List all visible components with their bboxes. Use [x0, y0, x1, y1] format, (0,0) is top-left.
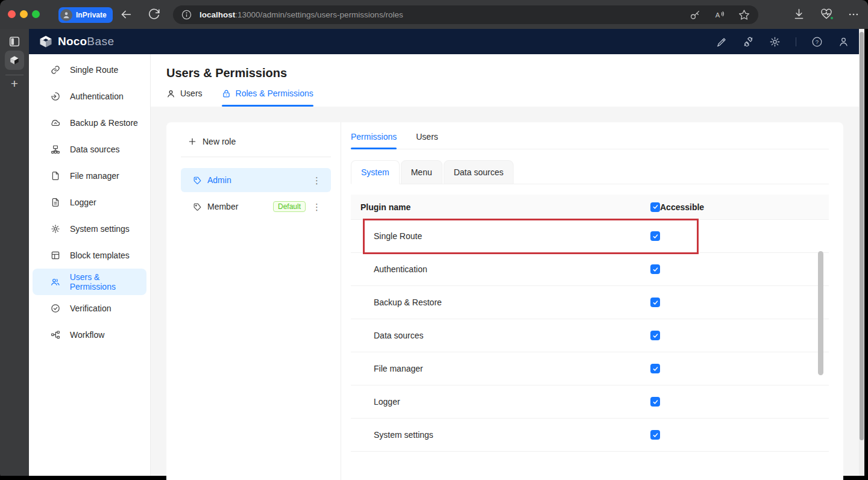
tab-roles-permissions[interactable]: Roles & Permissions: [222, 89, 313, 107]
url-host: localhost: [200, 10, 235, 19]
refresh-button[interactable]: [148, 8, 161, 21]
back-arrow-icon: [119, 8, 133, 21]
browser-menu-icon[interactable]: [848, 8, 860, 20]
sidebar-item-label: Users & Permissions: [70, 272, 146, 291]
inprivate-label: InPrivate: [76, 11, 107, 19]
scope-tab-system[interactable]: System: [351, 160, 400, 184]
plugin-name-cell: System settings: [351, 430, 641, 440]
svg-text:A: A: [715, 11, 720, 18]
active-tab-nocobase[interactable]: [5, 51, 24, 70]
sidebar-item-users-permissions[interactable]: Users & Permissions: [33, 269, 146, 295]
sidebar-item-backup-restore[interactable]: Backup & Restore: [33, 110, 146, 136]
back-button[interactable]: [119, 8, 133, 21]
minimize-window-button[interactable]: [20, 10, 28, 18]
ui-editor-highlighter-icon[interactable]: [716, 36, 728, 48]
roles-card: New role Admin ⋮ Member: [166, 122, 843, 480]
default-badge: Default: [273, 201, 306, 212]
scope-tab-menu[interactable]: Menu: [401, 160, 442, 184]
check-circle-icon: [51, 304, 60, 313]
table-row-single-route: Single Route: [351, 220, 829, 253]
page-tabs: Users Roles & Permissions: [166, 89, 859, 107]
role-name: Admin: [207, 175, 231, 185]
new-role-label: New role: [203, 137, 236, 146]
sidebar-item-label: Authentication: [70, 92, 124, 101]
brand-bold: Noco: [58, 35, 87, 48]
favorites-star-icon[interactable]: [738, 9, 750, 20]
accessible-checkbox[interactable]: [650, 264, 660, 274]
table-row-backup-restore: Backup & Restore: [351, 286, 829, 319]
role-menu-button[interactable]: ⋮: [311, 200, 322, 214]
tab-role-users[interactable]: Users: [416, 132, 438, 149]
browser-chrome: InPrivate localhost:13000/admin/settings…: [0, 0, 868, 29]
permissions-tabs: Permissions Users: [351, 132, 829, 149]
tab-label: Roles & Permissions: [236, 89, 313, 98]
settings-gear-icon[interactable]: [769, 36, 781, 48]
role-name: Member: [207, 202, 238, 211]
accessible-all-checkbox[interactable]: [650, 202, 660, 212]
tab-permissions[interactable]: Permissions: [351, 132, 397, 149]
table-row-file-manager: File manager: [351, 352, 829, 385]
scope-tab-data-sources[interactable]: Data sources: [444, 160, 514, 184]
nocobase-logo[interactable]: NocoBase: [39, 34, 115, 49]
tab-users[interactable]: Users: [166, 89, 203, 107]
accessible-checkbox[interactable]: [650, 231, 660, 241]
plugin-name-cell: Authentication: [351, 264, 641, 274]
scope-tabs: System Menu Data sources: [351, 160, 829, 184]
check-icon: [652, 299, 659, 306]
accessible-checkbox[interactable]: [650, 331, 660, 340]
accessible-checkbox[interactable]: [650, 397, 660, 407]
browser-essentials-button[interactable]: [820, 8, 833, 20]
sidebar-item-data-sources[interactable]: Data sources: [33, 136, 146, 163]
check-icon: [652, 366, 659, 372]
new-role-button[interactable]: New role: [181, 137, 331, 146]
sidebar-item-workflow[interactable]: Workflow: [33, 322, 146, 348]
new-tab-button[interactable]: +: [7, 76, 22, 91]
sidebar-toggle-icon: [8, 35, 21, 48]
tab-actions-button[interactable]: [8, 35, 21, 48]
lock-icon: [222, 89, 231, 98]
role-item-member[interactable]: Member Default ⋮: [181, 195, 331, 219]
table-row-data-sources: Data sources: [351, 319, 829, 352]
sidebar-item-label: Workflow: [70, 330, 104, 340]
accessible-checkbox[interactable]: [650, 298, 660, 307]
sidebar-item-logger[interactable]: Logger: [33, 189, 146, 216]
user-account-icon[interactable]: [838, 36, 849, 48]
tag-icon: [193, 202, 202, 211]
site-info-icon[interactable]: [181, 10, 192, 20]
link-icon: [51, 65, 60, 75]
plugin-name-cell: Data sources: [351, 331, 641, 340]
inprivate-badge[interactable]: InPrivate: [58, 7, 113, 23]
user-icon: [166, 89, 175, 98]
person-icon: [62, 11, 71, 19]
read-aloud-icon[interactable]: A: [714, 10, 725, 20]
sidebar-item-authentication[interactable]: Authentication: [33, 83, 146, 110]
role-menu-button[interactable]: ⋮: [311, 173, 322, 187]
role-item-admin[interactable]: Admin ⋮: [181, 168, 331, 192]
roles-panel: New role Admin ⋮ Member: [166, 122, 341, 480]
content-area: New role Admin ⋮ Member: [151, 107, 859, 476]
api-plug-icon[interactable]: [743, 36, 754, 48]
downloads-icon[interactable]: [793, 8, 805, 20]
zoom-window-button[interactable]: [32, 10, 40, 18]
page-scrollbar-thumb[interactable]: [860, 32, 864, 440]
tab-strip-divider: [5, 75, 24, 75]
sidebar-item-file-manager[interactable]: File manager: [33, 163, 146, 189]
tag-icon: [193, 176, 202, 185]
sidebar-item-block-templates[interactable]: Block templates: [33, 242, 146, 269]
profile-avatar: [60, 9, 72, 21]
nocobase-cube-icon: [39, 34, 53, 49]
sidebar-item-system-settings[interactable]: System settings: [33, 216, 146, 242]
table-scrollbar-thumb[interactable]: [818, 251, 823, 375]
page-header: Users & Permissions Users Roles & Permis…: [151, 54, 859, 107]
accessible-checkbox[interactable]: [650, 430, 660, 440]
address-bar[interactable]: localhost:13000/admin/settings/users-per…: [173, 5, 758, 24]
sidebar-item-verification[interactable]: Verification: [33, 295, 146, 322]
sidebar-item-label: System settings: [70, 224, 130, 234]
password-key-icon[interactable]: [690, 10, 700, 20]
close-window-button[interactable]: [8, 10, 16, 18]
sidebar-item-label: Block templates: [70, 251, 130, 260]
sidebar-item-single-route[interactable]: Single Route: [33, 57, 146, 83]
help-icon[interactable]: ?: [811, 36, 823, 48]
file-icon: [51, 171, 60, 181]
accessible-checkbox[interactable]: [650, 364, 660, 373]
